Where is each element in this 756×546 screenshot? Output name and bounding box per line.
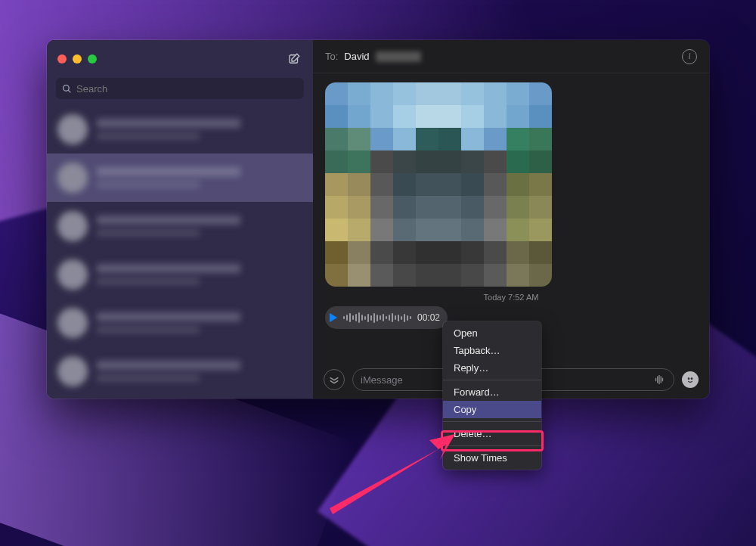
menu-item-tapback[interactable]: Tapback… bbox=[443, 342, 541, 359]
messages-area: Today 7:52 AM 00:02 bbox=[313, 73, 709, 361]
menu-item-reply[interactable]: Reply… bbox=[443, 359, 541, 377]
avatar bbox=[57, 259, 88, 290]
conversation-item[interactable] bbox=[47, 299, 313, 347]
audio-duration: 00:02 bbox=[417, 312, 440, 323]
image-message[interactable] bbox=[325, 82, 552, 287]
messages-window: To: David i Today 7:52 AM 00:02 bbox=[47, 40, 709, 399]
menu-item-open[interactable]: Open bbox=[443, 324, 541, 342]
message-timestamp: Today 7:52 AM bbox=[325, 293, 697, 302]
search-input[interactable] bbox=[76, 83, 298, 95]
apps-button[interactable] bbox=[324, 369, 345, 390]
avatar bbox=[57, 308, 88, 338]
avatar bbox=[57, 114, 88, 144]
minimize-window-button[interactable] bbox=[73, 54, 82, 64]
conversation-item[interactable] bbox=[47, 202, 313, 250]
audio-message[interactable]: 00:02 bbox=[325, 306, 448, 329]
menu-item-delete[interactable]: Delete… bbox=[443, 425, 541, 442]
maximize-window-button[interactable] bbox=[88, 54, 97, 64]
search-icon bbox=[62, 84, 72, 94]
conversation-list[interactable] bbox=[47, 105, 313, 399]
conversation-item[interactable] bbox=[47, 154, 313, 202]
close-window-button[interactable] bbox=[57, 54, 67, 64]
menu-separator bbox=[443, 445, 541, 446]
recipient-name: David bbox=[344, 51, 369, 62]
conversation-item[interactable] bbox=[47, 105, 313, 154]
compose-button[interactable] bbox=[286, 51, 302, 67]
conversation-item[interactable] bbox=[47, 250, 313, 299]
avatar bbox=[57, 356, 88, 386]
redacted-text bbox=[376, 51, 421, 62]
svg-point-2 bbox=[688, 378, 689, 379]
conversation-item[interactable] bbox=[47, 347, 313, 396]
traffic-lights bbox=[57, 54, 97, 64]
svg-point-1 bbox=[64, 85, 70, 91]
menu-item-forward[interactable]: Forward… bbox=[443, 383, 541, 401]
audio-waveform bbox=[343, 312, 411, 324]
window-titlebar bbox=[47, 40, 313, 78]
play-icon[interactable] bbox=[330, 313, 337, 322]
info-button[interactable]: i bbox=[682, 49, 697, 64]
context-menu[interactable]: OpenTapback…Reply…Forward…CopyDelete…Sho… bbox=[443, 321, 541, 470]
to-label: To: bbox=[325, 51, 338, 62]
menu-item-showtimes[interactable]: Show Times bbox=[443, 449, 541, 467]
menu-item-copy[interactable]: Copy bbox=[443, 401, 541, 418]
search-bar[interactable] bbox=[56, 78, 304, 99]
sidebar bbox=[47, 40, 313, 399]
audio-record-icon[interactable] bbox=[652, 373, 666, 386]
conversation-header: To: David i bbox=[313, 40, 709, 73]
menu-separator bbox=[443, 421, 541, 422]
avatar bbox=[57, 163, 88, 193]
emoji-button[interactable] bbox=[682, 371, 699, 388]
svg-point-3 bbox=[691, 378, 692, 379]
menu-separator bbox=[443, 380, 541, 380]
avatar bbox=[57, 211, 88, 241]
